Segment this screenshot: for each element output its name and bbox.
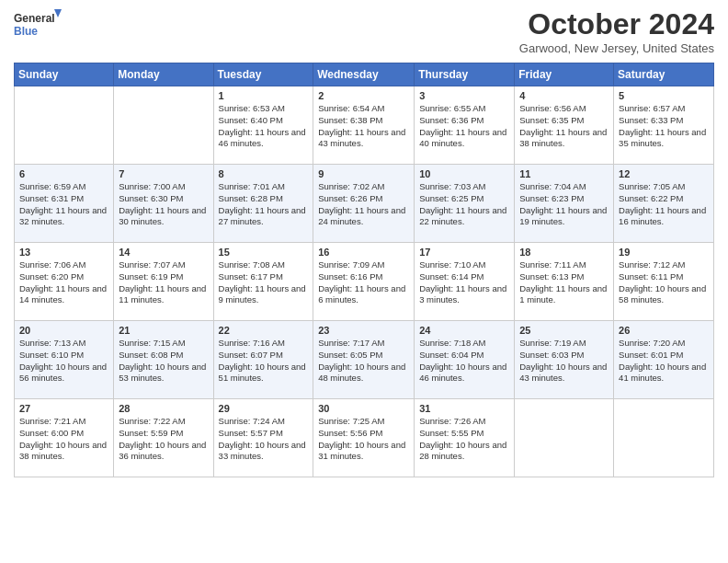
calendar-cell: 8Sunrise: 7:01 AMSunset: 6:28 PMDaylight… xyxy=(213,165,313,243)
day-number: 10 xyxy=(419,168,509,179)
day-info: Sunrise: 6:56 AMSunset: 6:35 PMDaylight:… xyxy=(519,103,609,150)
logo-svg: General Blue xyxy=(14,9,62,42)
calendar-cell: 7Sunrise: 7:00 AMSunset: 6:30 PMDaylight… xyxy=(114,165,213,243)
calendar-cell: 12Sunrise: 7:05 AMSunset: 6:22 PMDayligh… xyxy=(614,165,714,243)
col-friday: Friday xyxy=(515,63,614,86)
day-number: 7 xyxy=(119,168,208,179)
day-info: Sunrise: 7:26 AMSunset: 5:55 PMDaylight:… xyxy=(419,416,509,463)
day-number: 12 xyxy=(619,168,709,179)
day-number: 3 xyxy=(419,90,509,101)
header-row: Sunday Monday Tuesday Wednesday Thursday… xyxy=(15,63,714,86)
day-number: 26 xyxy=(619,325,709,336)
calendar-cell: 17Sunrise: 7:10 AMSunset: 6:14 PMDayligh… xyxy=(415,243,515,321)
svg-marker-2 xyxy=(54,9,62,17)
day-number: 11 xyxy=(519,168,609,179)
day-info: Sunrise: 7:15 AMSunset: 6:08 PMDaylight:… xyxy=(119,338,208,385)
calendar-cell: 24Sunrise: 7:18 AMSunset: 6:04 PMDayligh… xyxy=(415,321,515,399)
calendar-cell: 29Sunrise: 7:24 AMSunset: 5:57 PMDayligh… xyxy=(213,399,313,477)
svg-text:Blue: Blue xyxy=(14,25,38,38)
day-number: 20 xyxy=(19,325,108,336)
day-number: 9 xyxy=(318,168,409,179)
calendar-cell: 5Sunrise: 6:57 AMSunset: 6:33 PMDaylight… xyxy=(614,86,714,165)
day-info: Sunrise: 6:57 AMSunset: 6:33 PMDaylight:… xyxy=(619,103,709,150)
col-wednesday: Wednesday xyxy=(313,63,415,86)
day-info: Sunrise: 7:17 AMSunset: 6:05 PMDaylight:… xyxy=(318,338,409,385)
day-number: 18 xyxy=(519,247,609,258)
day-number: 1 xyxy=(219,90,309,101)
day-info: Sunrise: 7:01 AMSunset: 6:28 PMDaylight:… xyxy=(219,181,309,228)
day-number: 4 xyxy=(519,90,609,101)
title-block: October 2024 Garwood, New Jersey, United… xyxy=(519,9,714,55)
col-saturday: Saturday xyxy=(614,63,714,86)
calendar-cell: 19Sunrise: 7:12 AMSunset: 6:11 PMDayligh… xyxy=(614,243,714,321)
calendar-cell: 4Sunrise: 6:56 AMSunset: 6:35 PMDaylight… xyxy=(515,86,614,165)
day-number: 5 xyxy=(619,90,709,101)
day-info: Sunrise: 7:25 AMSunset: 5:56 PMDaylight:… xyxy=(318,416,409,463)
day-info: Sunrise: 7:12 AMSunset: 6:11 PMDaylight:… xyxy=(619,259,709,306)
day-number: 23 xyxy=(318,325,409,336)
day-number: 21 xyxy=(119,325,208,336)
day-info: Sunrise: 7:09 AMSunset: 6:16 PMDaylight:… xyxy=(318,259,409,306)
calendar-cell: 28Sunrise: 7:22 AMSunset: 5:59 PMDayligh… xyxy=(114,399,213,477)
calendar-cell: 3Sunrise: 6:55 AMSunset: 6:36 PMDaylight… xyxy=(415,86,515,165)
day-number: 22 xyxy=(219,325,309,336)
day-number: 16 xyxy=(318,247,409,258)
day-number: 15 xyxy=(219,247,309,258)
day-number: 29 xyxy=(219,403,309,414)
day-info: Sunrise: 7:04 AMSunset: 6:23 PMDaylight:… xyxy=(519,181,609,228)
calendar-cell: 11Sunrise: 7:04 AMSunset: 6:23 PMDayligh… xyxy=(515,165,614,243)
day-info: Sunrise: 7:21 AMSunset: 6:00 PMDaylight:… xyxy=(19,416,108,463)
day-info: Sunrise: 7:07 AMSunset: 6:19 PMDaylight:… xyxy=(119,259,208,306)
day-number: 25 xyxy=(519,325,609,336)
day-info: Sunrise: 7:22 AMSunset: 5:59 PMDaylight:… xyxy=(119,416,208,463)
day-info: Sunrise: 7:05 AMSunset: 6:22 PMDaylight:… xyxy=(619,181,709,228)
day-info: Sunrise: 7:13 AMSunset: 6:10 PMDaylight:… xyxy=(19,338,108,385)
day-info: Sunrise: 7:16 AMSunset: 6:07 PMDaylight:… xyxy=(219,338,309,385)
calendar-week-row: 27Sunrise: 7:21 AMSunset: 6:00 PMDayligh… xyxy=(15,399,714,477)
day-info: Sunrise: 7:24 AMSunset: 5:57 PMDaylight:… xyxy=(219,416,309,463)
calendar-cell: 26Sunrise: 7:20 AMSunset: 6:01 PMDayligh… xyxy=(614,321,714,399)
day-info: Sunrise: 7:19 AMSunset: 6:03 PMDaylight:… xyxy=(519,338,609,385)
calendar-cell xyxy=(15,86,114,165)
day-number: 30 xyxy=(318,403,409,414)
calendar-cell: 14Sunrise: 7:07 AMSunset: 6:19 PMDayligh… xyxy=(114,243,213,321)
calendar-cell: 15Sunrise: 7:08 AMSunset: 6:17 PMDayligh… xyxy=(213,243,313,321)
day-info: Sunrise: 7:02 AMSunset: 6:26 PMDaylight:… xyxy=(318,181,409,228)
day-info: Sunrise: 7:11 AMSunset: 6:13 PMDaylight:… xyxy=(519,259,609,306)
calendar-table: Sunday Monday Tuesday Wednesday Thursday… xyxy=(14,63,714,477)
calendar-week-row: 6Sunrise: 6:59 AMSunset: 6:31 PMDaylight… xyxy=(15,165,714,243)
day-info: Sunrise: 7:20 AMSunset: 6:01 PMDaylight:… xyxy=(619,338,709,385)
calendar-week-row: 13Sunrise: 7:06 AMSunset: 6:20 PMDayligh… xyxy=(15,243,714,321)
calendar-cell: 2Sunrise: 6:54 AMSunset: 6:38 PMDaylight… xyxy=(313,86,415,165)
calendar-week-row: 1Sunrise: 6:53 AMSunset: 6:40 PMDaylight… xyxy=(15,86,714,165)
day-info: Sunrise: 6:53 AMSunset: 6:40 PMDaylight:… xyxy=(219,103,309,150)
calendar-cell: 25Sunrise: 7:19 AMSunset: 6:03 PMDayligh… xyxy=(515,321,614,399)
day-number: 27 xyxy=(19,403,108,414)
calendar-cell: 22Sunrise: 7:16 AMSunset: 6:07 PMDayligh… xyxy=(213,321,313,399)
calendar-cell: 31Sunrise: 7:26 AMSunset: 5:55 PMDayligh… xyxy=(415,399,515,477)
calendar-cell: 23Sunrise: 7:17 AMSunset: 6:05 PMDayligh… xyxy=(313,321,415,399)
location: Garwood, New Jersey, United States xyxy=(519,41,714,55)
day-number: 6 xyxy=(19,168,108,179)
day-number: 13 xyxy=(19,247,108,258)
col-tuesday: Tuesday xyxy=(213,63,313,86)
logo: General Blue xyxy=(14,9,62,42)
day-number: 24 xyxy=(419,325,509,336)
day-number: 31 xyxy=(419,403,509,414)
day-info: Sunrise: 6:59 AMSunset: 6:31 PMDaylight:… xyxy=(19,181,108,228)
calendar-cell xyxy=(614,399,714,477)
calendar-cell: 27Sunrise: 7:21 AMSunset: 6:00 PMDayligh… xyxy=(15,399,114,477)
day-number: 17 xyxy=(419,247,509,258)
day-info: Sunrise: 7:00 AMSunset: 6:30 PMDaylight:… xyxy=(119,181,208,228)
day-number: 28 xyxy=(119,403,208,414)
calendar-cell xyxy=(114,86,213,165)
day-info: Sunrise: 7:06 AMSunset: 6:20 PMDaylight:… xyxy=(19,259,108,306)
calendar-cell: 13Sunrise: 7:06 AMSunset: 6:20 PMDayligh… xyxy=(15,243,114,321)
calendar-cell: 18Sunrise: 7:11 AMSunset: 6:13 PMDayligh… xyxy=(515,243,614,321)
calendar-cell: 10Sunrise: 7:03 AMSunset: 6:25 PMDayligh… xyxy=(415,165,515,243)
month-title: October 2024 xyxy=(519,9,714,39)
day-number: 14 xyxy=(119,247,208,258)
calendar-cell: 1Sunrise: 6:53 AMSunset: 6:40 PMDaylight… xyxy=(213,86,313,165)
day-info: Sunrise: 7:10 AMSunset: 6:14 PMDaylight:… xyxy=(419,259,509,306)
day-info: Sunrise: 6:54 AMSunset: 6:38 PMDaylight:… xyxy=(318,103,409,150)
